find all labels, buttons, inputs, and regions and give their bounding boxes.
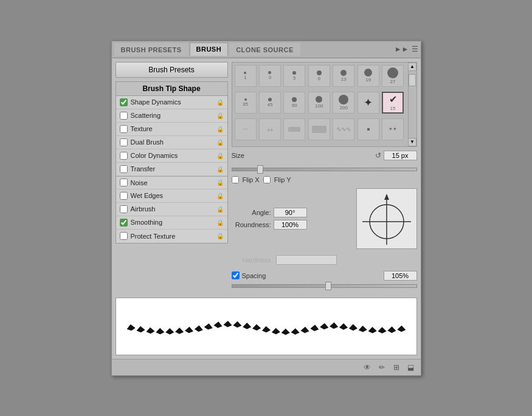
airbrush-label: Airbrush — [131, 205, 215, 213]
stroke-preview-svg — [116, 298, 416, 355]
brush-thumb-f[interactable] — [358, 118, 379, 140]
airbrush-checkbox[interactable] — [120, 205, 128, 213]
brush-panel: BRUSH PRESETS BRUSH CLONE SOURCE ►► ☰ Br… — [111, 41, 421, 376]
spacing-section: Spacing — [232, 271, 417, 290]
size-input[interactable] — [384, 151, 417, 160]
smoothing-lock-icon: 🔒 — [216, 219, 224, 226]
tab-bar: BRUSH PRESETS BRUSH CLONE SOURCE ►► ☰ — [112, 41, 421, 58]
brush-tip-box: Brush Tip Shape Shape Dynamics 🔒 Scatter… — [116, 81, 228, 244]
brush-presets-button[interactable]: Brush Presets — [116, 62, 228, 78]
transfer-checkbox[interactable] — [120, 165, 128, 173]
tab-brush-presets[interactable]: BRUSH PRESETS — [114, 43, 188, 56]
flip-row: Flip X Flip Y — [232, 176, 417, 183]
svg-marker-5 — [136, 326, 145, 333]
svg-marker-32 — [397, 325, 406, 332]
noise-label: Noise — [131, 179, 215, 186]
dock-icon[interactable]: ⬓ — [405, 361, 417, 373]
brush-thumb-e[interactable]: ∿∿∿ — [333, 118, 354, 140]
svg-marker-28 — [358, 325, 367, 332]
eye-icon[interactable]: 👁 — [361, 361, 373, 373]
brush-thumb-35[interactable]: 35 — [235, 92, 257, 114]
color-dynamics-lock-icon: 🔒 — [216, 152, 224, 159]
protect-texture-label: Protect Texture — [131, 233, 215, 240]
brush-thumb-19[interactable]: 19 — [358, 65, 379, 87]
wet-edges-checkbox[interactable] — [120, 192, 128, 200]
smoothing-label: Smoothing — [131, 219, 215, 226]
scattering-label: Scattering — [131, 112, 215, 119]
roundness-input[interactable] — [274, 220, 307, 230]
brush-grid: 1 3 5 9 13 19 27 35 45 60 100 200 ✦ — [232, 63, 408, 146]
brush-thumb-9[interactable]: 9 — [308, 65, 330, 87]
brush-thumb-c[interactable] — [283, 118, 305, 140]
wet-edges-label: Wet Edges — [131, 192, 215, 199]
brush-stroke-preview — [116, 298, 417, 355]
roundness-row: Roundness: — [232, 220, 351, 230]
refresh-icon[interactable]: ↺ — [375, 151, 381, 160]
pencil-icon[interactable]: ✏ — [376, 361, 388, 373]
tab-forward-icon[interactable]: ►► — [395, 45, 409, 53]
controls-area: Size ↺ Flip X Flip Y — [232, 151, 417, 290]
svg-marker-17 — [252, 324, 260, 330]
flip-x-checkbox[interactable] — [232, 176, 239, 183]
brush-thumb-27[interactable]: 27 — [382, 65, 404, 87]
brush-thumb-selected[interactable]: ✔ 15 — [382, 92, 404, 114]
size-slider[interactable] — [232, 168, 417, 171]
svg-marker-31 — [387, 326, 396, 333]
tab-brush[interactable]: BRUSH — [190, 43, 229, 56]
angle-input[interactable] — [274, 208, 307, 217]
tab-clone-source[interactable]: CLONE SOURCE — [229, 43, 300, 56]
dual-brush-checkbox[interactable] — [120, 138, 128, 146]
airbrush-option: Airbrush 🔒 — [116, 203, 227, 216]
texture-option: Texture 🔒 — [116, 123, 227, 136]
brush-thumb-1[interactable]: 1 — [235, 65, 257, 87]
shape-dynamics-option: Shape Dynamics 🔒 — [116, 96, 227, 109]
brush-thumb-45[interactable]: 45 — [259, 92, 281, 114]
brush-thumb-200[interactable]: 200 — [333, 92, 354, 114]
brush-thumb-b[interactable]: ⬦⬦ — [259, 118, 281, 140]
svg-marker-14 — [223, 320, 232, 327]
brush-thumb-13[interactable]: 13 — [333, 65, 354, 87]
shape-dynamics-lock-icon: 🔒 — [216, 99, 224, 106]
scroll-thumb[interactable] — [409, 74, 416, 86]
grid-icon[interactable]: ⊞ — [390, 361, 402, 373]
noise-lock-icon: 🔒 — [216, 179, 224, 186]
spacing-input[interactable] — [384, 271, 417, 281]
tab-menu-icon[interactable]: ☰ — [412, 45, 418, 53]
brush-thumb-g[interactable]: ✦✦ — [382, 118, 404, 140]
smoothing-option: Smoothing 🔒 — [116, 216, 227, 230]
svg-marker-29 — [368, 326, 376, 333]
right-panel: 1 3 5 9 13 19 27 35 45 60 100 200 ✦ — [232, 62, 417, 290]
texture-lock-icon: 🔒 — [216, 126, 224, 132]
texture-checkbox[interactable] — [120, 125, 128, 133]
brush-thumb-d[interactable] — [308, 118, 330, 140]
svg-marker-24 — [319, 322, 328, 330]
tab-extras: ►► ☰ — [395, 45, 418, 53]
texture-label: Texture — [131, 125, 215, 132]
brush-thumb-300[interactable]: ✦ — [358, 92, 379, 114]
flip-x-label: Flip X — [243, 176, 260, 183]
brush-thumb-a[interactable]: ··· — [235, 118, 257, 140]
brush-thumb-5[interactable]: 5 — [283, 65, 305, 87]
scroll-up-button[interactable]: ▲ — [408, 63, 416, 71]
scattering-checkbox[interactable] — [120, 112, 128, 120]
spacing-slider[interactable] — [232, 284, 417, 288]
brush-thumb-3[interactable]: 3 — [259, 65, 281, 87]
flip-y-checkbox[interactable] — [263, 176, 271, 183]
brush-thumb-60[interactable]: 60 — [283, 92, 305, 114]
noise-checkbox[interactable] — [120, 179, 128, 186]
brush-thumb-100[interactable]: 100 — [308, 92, 330, 114]
protect-texture-checkbox[interactable] — [120, 232, 128, 240]
scroll-down-button[interactable]: ▼ — [408, 138, 416, 146]
svg-marker-20 — [281, 329, 289, 335]
scattering-lock-icon: 🔒 — [216, 112, 224, 119]
angle-roundness-inputs: Angle: Roundness: — [232, 208, 351, 230]
shape-dynamics-checkbox[interactable] — [120, 98, 128, 106]
scattering-option: Scattering 🔒 — [116, 109, 227, 123]
color-dynamics-label: Color Dynamics — [131, 152, 215, 159]
svg-marker-11 — [194, 324, 203, 332]
svg-marker-16 — [243, 322, 251, 329]
smoothing-checkbox[interactable] — [120, 219, 128, 227]
hardness-row: Hardness — [232, 255, 417, 265]
color-dynamics-checkbox[interactable] — [120, 152, 128, 160]
spacing-checkbox[interactable] — [232, 271, 240, 279]
